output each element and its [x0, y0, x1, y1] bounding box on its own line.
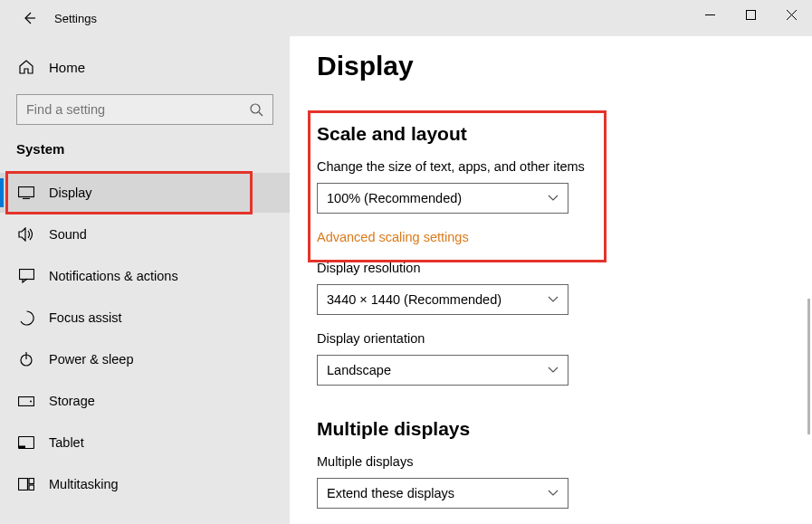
svg-rect-2: [747, 10, 756, 19]
category-label: System: [0, 141, 290, 166]
search-input[interactable]: [26, 102, 250, 117]
minimize-button[interactable]: [690, 0, 731, 29]
home-label: Home: [49, 60, 85, 75]
sidebar-item-label: Focus assist: [49, 310, 122, 325]
sidebar-item-focus-assist[interactable]: Focus assist: [0, 298, 290, 338]
sidebar-item-label: Storage: [49, 394, 95, 408]
chevron-down-icon: [548, 195, 559, 202]
scale-size-label: Change the size of text, apps, and other…: [317, 159, 785, 174]
sidebar-item-label: Tablet: [49, 435, 84, 450]
sidebar-item-label: Multitasking: [49, 477, 119, 491]
resolution-value: 3440 × 1440 (Recommended): [327, 292, 502, 307]
content-pane: Display Scale and layout Change the size…: [290, 36, 812, 524]
sidebar-item-label: Sound: [49, 227, 87, 242]
sidebar-item-label: Power & sleep: [49, 352, 134, 367]
storage-icon: [16, 396, 36, 406]
svg-rect-9: [19, 270, 33, 280]
home-link[interactable]: Home: [0, 49, 290, 85]
sound-icon: [16, 227, 36, 242]
sidebar: Home System Display Sound: [0, 36, 290, 524]
orientation-label: Display orientation: [317, 331, 785, 346]
orientation-value: Landscape: [327, 363, 391, 377]
multiple-displays-label: Multiple displays: [317, 454, 785, 469]
display-icon: [16, 186, 36, 199]
focus-assist-icon: [16, 310, 36, 326]
advanced-scaling-link[interactable]: Advanced scaling settings: [317, 230, 469, 244]
maximize-button[interactable]: [731, 0, 771, 29]
search-icon: [250, 103, 263, 117]
sidebar-item-notifications[interactable]: Notifications & actions: [0, 256, 290, 296]
multiple-displays-value: Extend these displays: [327, 486, 454, 500]
scale-size-dropdown[interactable]: 100% (Recommended): [317, 183, 568, 214]
window-title: Settings: [54, 12, 97, 25]
close-button[interactable]: [771, 0, 812, 29]
section-heading-multiple: Multiple displays: [317, 418, 785, 440]
multitasking-icon: [16, 478, 36, 491]
home-icon: [16, 59, 36, 75]
sidebar-item-label: Display: [49, 186, 92, 200]
search-box[interactable]: [16, 94, 273, 125]
sidebar-item-label: Notifications & actions: [49, 269, 178, 283]
svg-rect-17: [29, 479, 34, 484]
power-icon: [16, 352, 36, 367]
svg-rect-18: [29, 485, 34, 491]
resolution-dropdown[interactable]: 3440 × 1440 (Recommended): [317, 284, 568, 315]
page-heading: Display: [317, 51, 785, 81]
sidebar-item-sound[interactable]: Sound: [0, 214, 290, 254]
chevron-down-icon: [548, 296, 559, 303]
sidebar-item-power-sleep[interactable]: Power & sleep: [0, 339, 290, 379]
window-controls: [690, 0, 812, 29]
sidebar-item-display[interactable]: Display: [0, 173, 290, 213]
svg-rect-7: [19, 187, 34, 197]
scale-size-value: 100% (Recommended): [327, 191, 462, 205]
svg-point-13: [30, 400, 32, 402]
multiple-displays-dropdown[interactable]: Extend these displays: [317, 478, 568, 509]
resolution-label: Display resolution: [317, 261, 785, 275]
sidebar-item-storage[interactable]: Storage: [0, 381, 290, 421]
svg-line-6: [259, 112, 263, 116]
scrollbar[interactable]: [807, 299, 810, 434]
titlebar: Settings: [0, 0, 812, 36]
notifications-icon: [16, 269, 36, 283]
section-heading-scale: Scale and layout: [317, 123, 785, 145]
chevron-down-icon: [548, 367, 559, 374]
svg-rect-16: [19, 479, 28, 491]
sidebar-item-tablet[interactable]: Tablet: [0, 423, 290, 462]
orientation-dropdown[interactable]: Landscape: [317, 355, 568, 386]
back-button[interactable]: [16, 5, 42, 31]
svg-rect-15: [19, 446, 25, 449]
svg-point-5: [251, 104, 260, 113]
chevron-down-icon: [548, 490, 559, 497]
sidebar-item-multitasking[interactable]: Multitasking: [0, 464, 290, 504]
tablet-icon: [16, 436, 36, 449]
